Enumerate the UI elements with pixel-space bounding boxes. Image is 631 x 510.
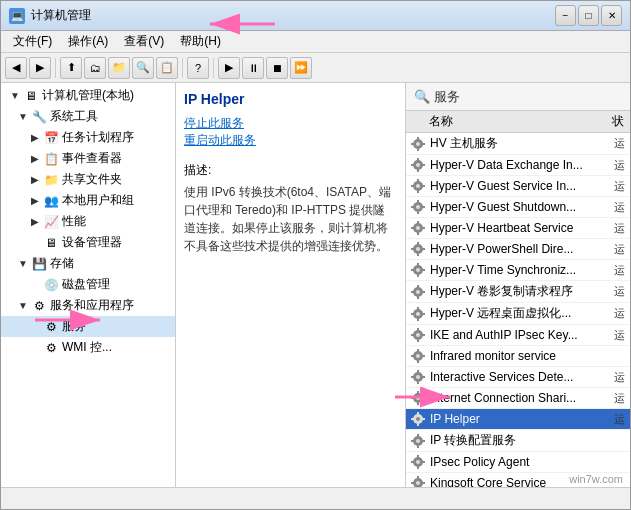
service-row-17[interactable]: Kingsoft Core Service (406, 473, 630, 487)
arrow-computer: ▼ (7, 90, 23, 101)
svg-rect-58 (411, 334, 414, 336)
tree-node-event-viewer[interactable]: ▶ 📋 事件查看器 (1, 148, 175, 169)
tree-node-computer[interactable]: ▼ 🖥 计算机管理(本地) (1, 85, 175, 106)
service-row-4[interactable]: Hyper-V Guest Shutdown... 运 (406, 197, 630, 218)
skip-button[interactable]: ⏩ (290, 57, 312, 79)
service-row-11[interactable]: Infrared monitor service (406, 346, 630, 367)
svg-rect-65 (422, 355, 425, 357)
description-text: 使用 IPv6 转换技术(6to4、ISATAP、端口代理和 Teredo)和 … (184, 183, 397, 255)
service-status-12: 运 (614, 370, 626, 385)
arrow-shared: ▶ (27, 174, 43, 185)
up-button[interactable]: ⬆ (60, 57, 82, 79)
svg-point-79 (416, 417, 420, 421)
tools-icon: 🔧 (31, 109, 47, 125)
tree-node-storage[interactable]: ▼ 💾 存储 (1, 253, 175, 274)
tree-node-system-tools[interactable]: ▼ 🔧 系统工具 (1, 106, 175, 127)
menu-view[interactable]: 查看(V) (116, 31, 172, 52)
service-row-12[interactable]: Interactive Services Dete... 运 (406, 367, 630, 388)
service-status-10: 运 (614, 328, 626, 343)
service-row-1[interactable]: HV 主机服务 运 (406, 133, 630, 155)
services-header-title: 🔍 服务 (414, 88, 460, 106)
view-button[interactable]: 📋 (156, 57, 178, 79)
menu-help[interactable]: 帮助(H) (172, 31, 229, 52)
svg-rect-50 (417, 307, 419, 310)
close-button[interactable]: ✕ (601, 5, 622, 26)
back-button[interactable]: ◀ (5, 57, 27, 79)
service-row-14[interactable]: IP Helper 运 (406, 409, 630, 430)
service-row-7[interactable]: Hyper-V Time Synchroniz... 运 (406, 260, 630, 281)
svg-rect-26 (417, 221, 419, 224)
svg-rect-81 (417, 423, 419, 426)
svg-rect-80 (417, 412, 419, 415)
tree-node-services-apps[interactable]: ▼ ⚙ 服务和应用程序 (1, 295, 175, 316)
service-row-5[interactable]: Hyper-V Heartbeat Service 运 (406, 218, 630, 239)
minimize-button[interactable]: − (555, 5, 576, 26)
pause-button[interactable]: ⏸ (242, 57, 264, 79)
svg-rect-62 (417, 349, 419, 352)
tree-node-local-users[interactable]: ▶ 👥 本地用户和组 (1, 190, 175, 211)
menu-file[interactable]: 文件(F) (5, 31, 60, 52)
tree-node-wmi[interactable]: ⚙ WMI 控... (1, 337, 175, 358)
tree-node-disk-management[interactable]: 💿 磁盘管理 (1, 274, 175, 295)
tree-node-shared-folders[interactable]: ▶ 📁 共享文件夹 (1, 169, 175, 190)
svg-rect-4 (411, 143, 414, 145)
help-button[interactable]: ? (187, 57, 209, 79)
svg-rect-39 (417, 274, 419, 277)
stop-service-link[interactable]: 停止此服务 (184, 116, 244, 130)
tree-node-services[interactable]: ⚙ 服务 (1, 316, 175, 337)
service-name-8: Hyper-V 卷影复制请求程序 (430, 283, 614, 300)
tree-node-performance[interactable]: ▶ 📈 性能 (1, 211, 175, 232)
tree-node-task-scheduler[interactable]: ▶ 📅 任务计划程序 (1, 127, 175, 148)
title-bar-text: 计算机管理 (31, 7, 555, 24)
stop-button[interactable]: ⏹ (266, 57, 288, 79)
service-row-9[interactable]: Hyper-V 远程桌面虚拟化... 运 (406, 303, 630, 325)
service-row-8[interactable]: Hyper-V 卷影复制请求程序 运 (406, 281, 630, 303)
arrow-storage: ▼ (15, 258, 31, 269)
restart-service-link[interactable]: 重启动此服务 (184, 133, 256, 147)
service-icon-9 (410, 306, 426, 322)
service-name-11: Infrared monitor service (430, 349, 614, 363)
svg-point-91 (416, 460, 420, 464)
tree-node-device-manager[interactable]: 🖥 设备管理器 (1, 232, 175, 253)
svg-rect-69 (417, 381, 419, 384)
play-button[interactable]: ▶ (218, 57, 240, 79)
svg-rect-22 (411, 206, 414, 208)
service-row-10[interactable]: IKE and AuthIP IPsec Key... 运 (406, 325, 630, 346)
svg-rect-16 (411, 185, 414, 187)
svg-rect-74 (417, 391, 419, 394)
svg-rect-95 (422, 461, 425, 463)
service-row-6[interactable]: Hyper-V PowerShell Dire... 运 (406, 239, 630, 260)
service-icon-4 (410, 199, 426, 215)
service-row-16[interactable]: IPsec Policy Agent (406, 452, 630, 473)
forward-button[interactable]: ▶ (29, 57, 51, 79)
service-icon-5 (410, 220, 426, 236)
svg-rect-17 (422, 185, 425, 187)
folder-button[interactable]: 🗂 (84, 57, 106, 79)
svg-rect-82 (411, 418, 414, 420)
service-row-2[interactable]: Hyper-V Data Exchange In... 运 (406, 155, 630, 176)
svg-rect-51 (417, 318, 419, 321)
main-content: ▼ 🖥 计算机管理(本地) ▼ 🔧 系统工具 ▶ 📅 任务计划程序 ▶ 📋 (1, 83, 630, 487)
maximize-button[interactable]: □ (578, 5, 599, 26)
service-row-3[interactable]: Hyper-V Guest Service In... 运 (406, 176, 630, 197)
menu-action[interactable]: 操作(A) (60, 31, 116, 52)
service-row-13[interactable]: Internet Connection Shari... 运 (406, 388, 630, 409)
performance-icon: 📈 (43, 214, 59, 230)
folder2-button[interactable]: 📁 (108, 57, 130, 79)
svg-rect-28 (411, 227, 414, 229)
storage-icon: 💾 (31, 256, 47, 272)
title-bar-icon: 💻 (9, 8, 25, 24)
svg-point-25 (416, 226, 420, 230)
col-name-header[interactable]: 名称 (429, 113, 612, 130)
service-row-15[interactable]: IP 转换配置服务 (406, 430, 630, 452)
service-icon-2 (410, 157, 426, 173)
search-button[interactable]: 🔍 (132, 57, 154, 79)
svg-point-61 (416, 354, 420, 358)
service-name-10: IKE and AuthIP IPsec Key... (430, 328, 614, 342)
svg-rect-93 (417, 466, 419, 469)
service-icon-13 (410, 390, 426, 406)
svg-rect-68 (417, 370, 419, 373)
col-icon-placeholder (410, 114, 426, 130)
svg-point-19 (416, 205, 420, 209)
folder-shared-icon: 📁 (43, 172, 59, 188)
